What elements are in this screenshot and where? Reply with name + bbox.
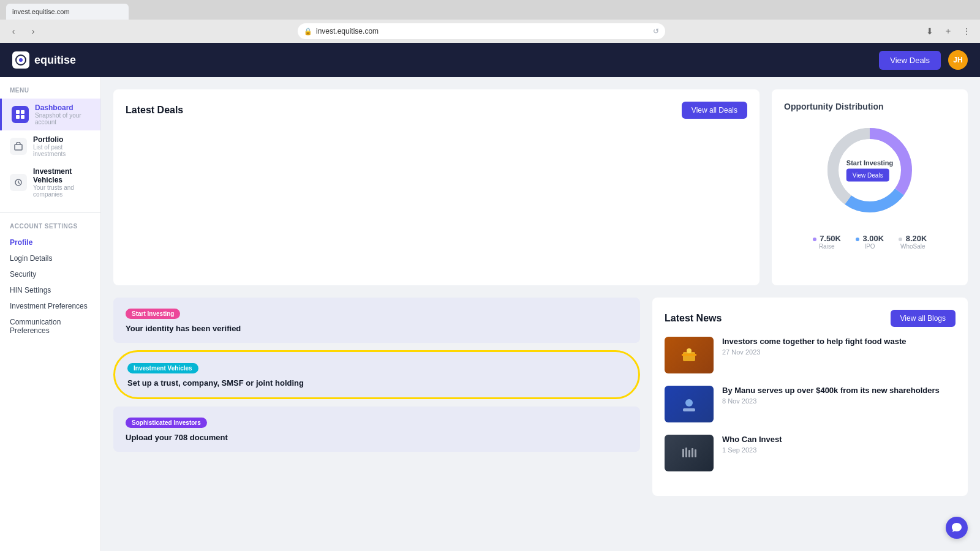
news-date-2: 8 Nov 2023 [722,397,956,405]
news-thumbnail-2 [665,386,714,422]
svg-rect-16 [683,408,695,411]
sidebar-item-portfolio[interactable]: Portfolio List of past investments [0,130,100,162]
svg-point-15 [685,399,693,407]
menu-button[interactable]: ⋮ [959,24,974,39]
deals-empty-area [126,129,747,251]
equitise-logo-svg [15,54,26,66]
svg-rect-18 [685,448,687,457]
start-investing-label: Start Investing [846,159,893,167]
logo-icon [12,51,29,69]
dashboard-subtitle: Snapshot of your account [35,112,91,126]
chart-stats: 7.50K Raise 3.00K IPO [813,234,927,250]
donut-chart: Start Investing View Deals [821,121,919,219]
forward-button[interactable]: › [26,24,40,39]
menu-label: MENU [0,87,100,94]
view-all-blogs-button[interactable]: View all Blogs [891,310,956,327]
sidebar-item-investment-vehicles[interactable]: Investment Vehicles Your trusts and comp… [0,162,100,203]
sidebar-item-login-details[interactable]: Login Details [0,250,100,266]
chart-stat-raise: 7.50K Raise [813,234,841,250]
svg-rect-2 [16,110,20,114]
svg-rect-21 [695,449,696,457]
sidebar: MENU Dashboard Snapshot of your account [0,77,101,551]
news-thumbnail-3 [665,435,714,471]
portfolio-subtitle: List of past investments [33,144,91,157]
svg-rect-17 [682,449,684,457]
svg-point-1 [19,58,23,62]
wholesale-label: WhoSale [899,243,927,250]
svg-rect-13 [682,354,696,356]
chart-stat-ipo: 3.00K IPO [856,234,884,250]
sidebar-item-hin-settings[interactable]: HIN Settings [0,282,100,298]
sophisticated-investors-badge: Sophisticated Investors [126,418,207,428]
start-investing-badge: Start Investing [126,309,180,319]
sophisticated-investors-text: Upload your 708 document [126,433,628,442]
portfolio-title: Portfolio [33,135,91,144]
new-tab-button[interactable]: ＋ [941,24,956,39]
back-button[interactable]: ‹ [6,24,21,39]
browser-chrome: invest.equitise.com ‹ › 🔒 invest.equitis… [0,0,980,43]
dashboard-icon [12,106,29,123]
svg-point-14 [687,348,692,353]
action-card-sophisticated-investors: Sophisticated Investors Upload your 708 … [113,407,640,452]
svg-rect-12 [683,352,695,361]
news-title: Latest News [665,313,722,324]
news-item-3[interactable]: Who Can Invest 1 Sep 2023 [665,435,956,471]
svg-rect-4 [16,115,20,119]
download-button[interactable]: ⬇ [922,24,937,39]
svg-rect-6 [15,144,22,150]
header-view-deals-button[interactable]: View Deals [879,51,941,70]
chat-icon [951,522,962,533]
address-bar[interactable]: 🔒 invest.equitise.com ↺ [298,23,665,39]
raise-value: 7.50K [820,234,841,243]
action-cards-container: Start Investing Your identity has been v… [113,298,640,496]
investment-vehicles-icon [10,174,27,191]
donut-view-deals-button[interactable]: View Deals [846,169,889,182]
dashboard-title: Dashboard [35,103,91,112]
svg-rect-3 [21,110,24,114]
news-item-1[interactable]: Investors come together to help fight fo… [665,337,956,373]
view-all-deals-button[interactable]: View all Deals [682,102,747,119]
svg-rect-19 [688,450,690,457]
sidebar-item-profile[interactable]: Profile [0,234,100,250]
investment-vehicles-text: Set up a trust, company, SMSF or joint h… [127,378,626,388]
logo-area: equitise [12,51,76,69]
raise-label: Raise [813,243,841,250]
news-date-1: 27 Nov 2023 [722,348,956,356]
news-thumbnail-1 [665,337,714,373]
action-card-investment-vehicles: Investment Vehicles Set up a trust, comp… [113,350,640,399]
sidebar-item-security[interactable]: Security [0,266,100,282]
account-settings-label: ACCOUNT SETTINGS [0,223,100,230]
deals-title: Latest Deals [126,105,183,116]
sidebar-item-communication-preferences[interactable]: Communication Preferences [0,314,100,339]
sidebar-item-investment-preferences[interactable]: Investment Preferences [0,298,100,314]
start-investing-text: Your identity has been verified [126,324,628,333]
tab-label: invest.equitise.com [12,8,70,15]
url-text: invest.equitise.com [316,27,379,36]
ipo-label: IPO [856,243,884,250]
sidebar-item-dashboard[interactable]: Dashboard Snapshot of your account [0,99,100,130]
main-content: Latest Deals View all Deals Opportunity … [101,77,980,551]
chat-widget[interactable] [946,517,968,539]
wholesale-value: 8.20K [906,234,927,243]
distribution-title: Opportunity Distribution [784,102,956,111]
news-title-1: Investors come together to help fight fo… [722,337,956,346]
investment-vehicles-title: Investment Vehicles [33,167,91,184]
ipo-value: 3.00K [862,234,884,243]
action-card-start-investing: Start Investing Your identity has been v… [113,298,640,343]
distribution-section: Opportunity Distribution [772,89,968,285]
chart-stat-wholesale: 8.20K WhoSale [899,234,927,250]
investment-vehicles-badge: Investment Vehicles [127,363,198,373]
news-item-2[interactable]: By Manu serves up over $400k from its ne… [665,386,956,422]
app-header: equitise View Deals JH [0,43,980,77]
browser-tab[interactable]: invest.equitise.com [6,4,129,20]
logo-text: equitise [34,54,76,67]
user-avatar[interactable]: JH [948,50,968,70]
svg-rect-20 [692,448,693,457]
news-title-2: By Manu serves up over $400k from its ne… [722,386,956,395]
donut-center: Start Investing View Deals [846,159,893,182]
svg-rect-5 [21,115,24,119]
news-date-3: 1 Sep 2023 [722,446,956,454]
investment-vehicles-subtitle: Your trusts and companies [33,184,91,198]
deals-section: Latest Deals View all Deals [113,89,760,285]
news-title-3: Who Can Invest [722,435,956,444]
